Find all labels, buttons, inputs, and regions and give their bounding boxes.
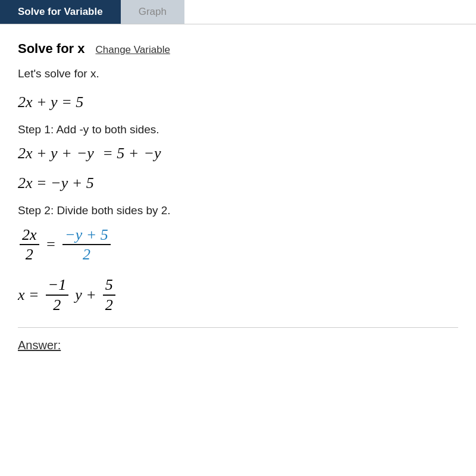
- original-equation-text: 2x + y = 5: [18, 93, 83, 111]
- step1-equation1: 2x + y + −y = 5 + −y: [18, 145, 458, 162]
- step2-eq1-equals: =: [46, 236, 57, 253]
- tab-bar: Solve for Variable Graph: [0, 0, 476, 24]
- step2-equation1: 2x 2 = −y + 5 2: [18, 226, 458, 264]
- intro-text: Let's solve for x.: [18, 67, 458, 80]
- fraction-2x-over-2: 2x 2: [20, 226, 39, 264]
- fraction-5-over-2: 5 2: [103, 275, 115, 314]
- fraction-neg-y-plus5-den: 2: [80, 245, 93, 264]
- step1-eq1-equals: = 5 +: [99, 145, 139, 162]
- step1-label: Step 1: Add -y to both sides.: [18, 123, 458, 136]
- step1-eq1-neg-y-right: −y: [143, 145, 161, 162]
- change-variable-link[interactable]: Change Variable: [95, 44, 170, 56]
- original-equation: 2x + y = 5: [18, 93, 458, 111]
- fraction-neg-y-plus5-num: −y + 5: [62, 226, 111, 245]
- step2-label: Step 2: Divide both sides by 2.: [18, 204, 458, 217]
- tab-solve-for-variable[interactable]: Solve for Variable: [0, 0, 121, 24]
- fraction-neg1-over-2: −1 2: [46, 275, 69, 314]
- fraction-neg1-den: 2: [51, 296, 63, 314]
- step2-eq2-y: y +: [75, 286, 96, 304]
- fraction-5-den: 2: [103, 296, 115, 314]
- fraction-2x-num: 2x: [20, 226, 39, 245]
- step1-eq1-neg-y-left: −y: [77, 145, 94, 162]
- step2-eq2-x-equals: x =: [18, 286, 39, 304]
- answer-link[interactable]: Answer:: [18, 339, 458, 352]
- main-content: Solve for x Change Variable Let's solve …: [0, 24, 476, 364]
- tab-graph[interactable]: Graph: [121, 0, 184, 24]
- solve-title: Solve for x: [18, 41, 84, 57]
- step1-eq1-part1: 2x + y +: [18, 145, 72, 162]
- step2-equation2: x = −1 2 y + 5 2: [18, 275, 458, 314]
- fraction-neg1-num: −1: [46, 275, 69, 295]
- step1-eq2-text: 2x = −y + 5: [18, 174, 94, 192]
- step1-equation2: 2x = −y + 5: [18, 174, 458, 192]
- fraction-5-num: 5: [103, 275, 115, 295]
- fraction-neg-y-plus5-over-2: −y + 5 2: [62, 226, 111, 264]
- section-divider: [18, 327, 458, 328]
- fraction-2x-den: 2: [23, 245, 36, 264]
- solve-header: Solve for x Change Variable: [18, 41, 458, 57]
